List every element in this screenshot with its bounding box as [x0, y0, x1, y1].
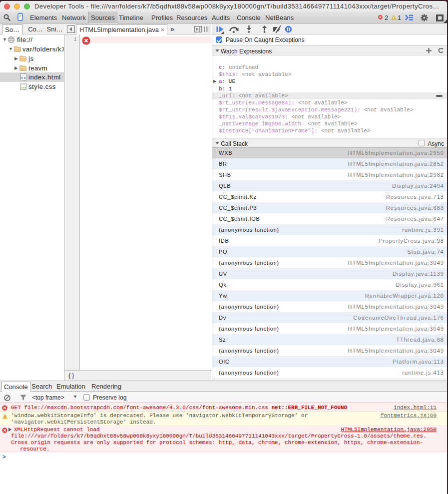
svg-text:css: css — [21, 86, 27, 89]
